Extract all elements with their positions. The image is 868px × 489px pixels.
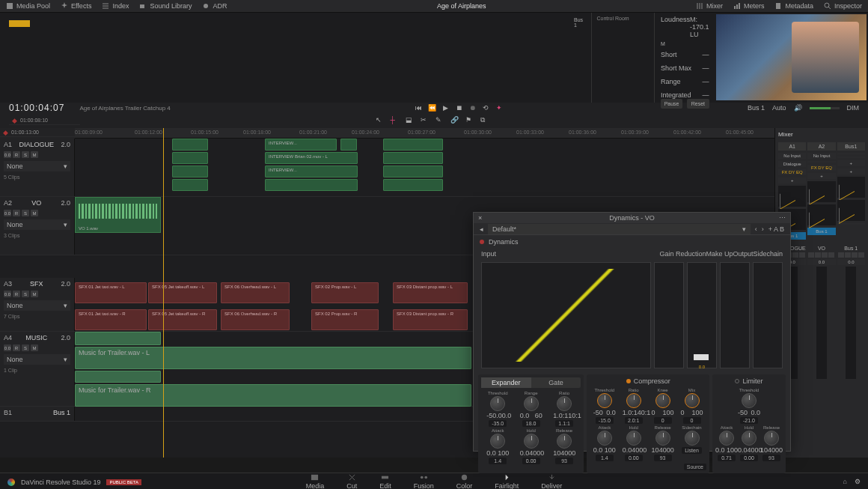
page-media[interactable]: Media: [306, 473, 325, 490]
audio-clip[interactable]: [75, 332, 161, 345]
dynamics-titlebar[interactable]: × Dynamics - VO ⋯: [474, 213, 790, 223]
track-header-a1[interactable]: A1DIALOGUE2.0 0.0RSM None▾ 5 Clips: [0, 139, 75, 196]
audio-clip[interactable]: Music for Trailer.wav - L: [75, 347, 471, 369]
meters-tab[interactable]: Meters: [733, 2, 765, 10]
attack-knob[interactable]: [597, 431, 612, 446]
audio-clip[interactable]: SFX 05 Jet takeoff.wav - R: [148, 309, 217, 330]
metadata-tab[interactable]: Metadata: [774, 2, 813, 10]
mute-button[interactable]: M: [31, 151, 38, 158]
page-cut[interactable]: Cut: [346, 473, 357, 490]
release-knob[interactable]: [655, 431, 670, 446]
audio-clip[interactable]: SFX 06 Overhead.wav - R: [221, 309, 290, 330]
compressor-enable-icon[interactable]: [626, 379, 631, 383]
hold-knob[interactable]: [524, 434, 539, 449]
threshold-knob[interactable]: [490, 396, 505, 411]
audio-clip[interactable]: [265, 179, 358, 191]
audio-clip[interactable]: SFX 05 Jet takeoff.wav - L: [148, 282, 217, 303]
automation-button[interactable]: ✦: [495, 104, 503, 112]
audio-clip[interactable]: INTERVIEW...: [265, 139, 337, 151]
mix-knob[interactable]: [685, 393, 700, 408]
loudness-reset-button[interactable]: Reset: [687, 99, 709, 109]
monitor-volume-slider[interactable]: [810, 107, 840, 109]
audio-clip[interactable]: [383, 165, 443, 177]
record-arm-button[interactable]: R: [13, 151, 20, 158]
home-icon[interactable]: ⌂: [843, 478, 847, 485]
solo-button[interactable]: S: [22, 151, 29, 158]
play-button[interactable]: ▶: [441, 104, 449, 112]
pencil-tool-icon[interactable]: ✎: [435, 116, 444, 125]
prev-preset-icon[interactable]: ‹: [755, 225, 757, 233]
snap-icon[interactable]: ⧉: [480, 116, 489, 125]
audio-clip[interactable]: SFX 01 Jet taxi.wav - L: [75, 282, 147, 303]
stop-button[interactable]: ⏹: [455, 104, 462, 112]
link-tool-icon[interactable]: 🔗: [450, 116, 459, 125]
dynamics-thumb[interactable]: [778, 186, 806, 207]
audio-clip[interactable]: SFX 03 Distant prop.wav - R: [393, 309, 468, 330]
sidechain-knob[interactable]: [685, 431, 700, 446]
flag-tool-icon[interactable]: ⚑: [465, 116, 474, 125]
audio-clip[interactable]: SFX 01 Jet taxi.wav - R: [75, 309, 147, 330]
track-header-a2[interactable]: A2VO2.0 0.0RSM None▾ 3 Clips: [0, 197, 75, 255]
mixer-tab[interactable]: Mixer: [696, 2, 723, 10]
timeline-name[interactable]: Age of Airplanes Trailer Catchup 4: [79, 105, 170, 112]
track-header-a4[interactable]: A4MUSIC2.0 0.0RSM None▾ 1 Clip: [0, 332, 75, 406]
dim-button[interactable]: DIM: [847, 104, 860, 112]
sound-library-tab[interactable]: Sound Library: [139, 2, 192, 10]
rewind-button[interactable]: ⏪: [428, 104, 435, 112]
inspector-tab[interactable]: Inspector: [824, 2, 862, 10]
marker-tool-icon[interactable]: ⬓: [406, 116, 415, 125]
audio-clip[interactable]: [383, 139, 443, 151]
page-edit[interactable]: Edit: [379, 473, 391, 490]
loop-button[interactable]: ⟲: [482, 104, 489, 112]
audio-clip[interactable]: SFX 03 Distant prop.wav - L: [393, 282, 468, 303]
track-header-b1[interactable]: B1Bus 1: [0, 407, 75, 421]
audio-clip[interactable]: [383, 152, 443, 164]
prev-button[interactable]: ⏮: [415, 104, 422, 112]
timeline-overview[interactable]: [0, 13, 569, 103]
hold-knob[interactable]: [626, 431, 641, 446]
audio-clip[interactable]: SFX 02 Prop.wav - L: [311, 282, 379, 303]
attack-knob[interactable]: [490, 434, 505, 449]
range-knob[interactable]: [524, 396, 539, 411]
knee-knob[interactable]: [655, 393, 670, 408]
threshold-knob[interactable]: [742, 393, 757, 408]
media-pool-tab[interactable]: Media Pool: [6, 2, 50, 10]
expander-tab[interactable]: Expander: [481, 377, 531, 388]
playhead[interactable]: [163, 128, 164, 458]
release-knob[interactable]: [764, 431, 779, 446]
video-preview[interactable]: [716, 14, 867, 100]
audio-clip[interactable]: [340, 139, 357, 151]
timeline-ruler[interactable]: 01:00:09:00 01:00:12:00 01:00:15:00 01:0…: [75, 128, 774, 139]
loudness-pause-button[interactable]: Pause: [661, 99, 682, 109]
page-fusion[interactable]: Fusion: [414, 473, 434, 490]
audio-clip[interactable]: INTERVIEW...: [265, 165, 358, 177]
pointer-tool-icon[interactable]: ↖: [376, 116, 385, 125]
audio-clip[interactable]: Music for Trailer.wav - R: [75, 384, 471, 407]
page-color[interactable]: Color: [456, 473, 473, 490]
chevron-left-icon[interactable]: ◂: [480, 225, 483, 233]
ratio-knob[interactable]: [626, 393, 641, 408]
record-button[interactable]: ⏺: [468, 104, 476, 112]
audio-clip[interactable]: SFX 02 Prop.wav - R: [311, 309, 379, 330]
audio-clip[interactable]: [75, 371, 161, 383]
close-icon[interactable]: ×: [478, 214, 482, 222]
bypass-indicator-icon[interactable]: [480, 240, 484, 244]
settings-gear-icon[interactable]: ⚙: [855, 478, 861, 485]
range-tool-icon[interactable]: ┼: [391, 116, 400, 125]
audio-clip[interactable]: [383, 179, 443, 191]
audio-clip[interactable]: [172, 165, 208, 177]
options-icon[interactable]: ⋯: [779, 214, 786, 222]
gate-tab[interactable]: Gate: [531, 377, 581, 388]
makeup-gain-slider[interactable]: 0.0: [687, 262, 717, 368]
release-knob[interactable]: [557, 434, 572, 449]
preset-select[interactable]: Default*▾: [488, 224, 751, 234]
hold-knob[interactable]: [742, 431, 757, 446]
speaker-icon[interactable]: 🔊: [794, 104, 802, 112]
attack-knob[interactable]: [719, 431, 734, 446]
audio-clip[interactable]: SFX 06 Overhead.wav - L: [221, 282, 290, 303]
audio-clip[interactable]: [172, 152, 208, 164]
dynamics-transfer-curve[interactable]: [481, 262, 651, 368]
resolve-logo-icon[interactable]: [7, 479, 15, 486]
adr-tab[interactable]: ADR: [202, 2, 227, 10]
audio-clip[interactable]: [172, 139, 208, 151]
